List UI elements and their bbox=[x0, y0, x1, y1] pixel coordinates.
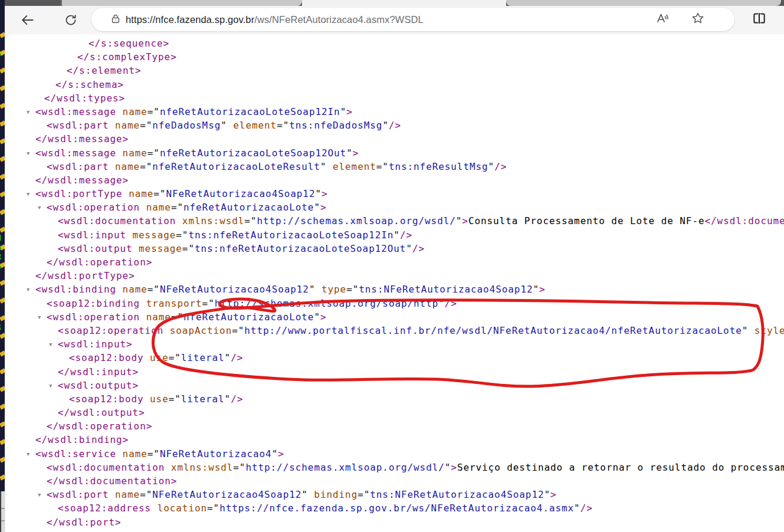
xml-token: =" bbox=[182, 243, 195, 254]
xml-token: <soap12:address bbox=[58, 503, 151, 514]
xml-token: location bbox=[151, 503, 207, 514]
xml-token: <soap12:binding bbox=[47, 298, 140, 309]
xml-line: </s:complexType> bbox=[6, 50, 784, 64]
strip-dash bbox=[0, 368, 5, 374]
xml-token: http://schemas.xmlsoap.org/wsdl/ bbox=[257, 215, 455, 226]
xml-token: /> bbox=[231, 352, 243, 363]
xml-token: <wsdl:documentation bbox=[58, 215, 176, 226]
background-window-edge: SNARSS bbox=[0, 0, 5, 532]
xml-token: </wsdl:output> bbox=[58, 407, 145, 418]
strip-dash bbox=[0, 474, 5, 480]
xml-token: =" bbox=[233, 462, 245, 473]
xml-line: </wsdl:service> bbox=[6, 529, 784, 532]
xml-token: =" bbox=[232, 325, 244, 336]
favorites-button[interactable] bbox=[690, 12, 706, 27]
back-arrow-icon bbox=[20, 12, 35, 28]
xml-line: </wsdl:message> bbox=[6, 173, 784, 187]
xml-token: <wsdl:binding bbox=[35, 284, 116, 295]
xml-token: =" bbox=[140, 161, 152, 172]
xml-token: /> bbox=[412, 243, 425, 254]
xml-line: ▼<wsdl:output> bbox=[6, 379, 784, 392]
xml-token: name bbox=[140, 311, 171, 323]
xml-line: <wsdl:output message="tns:nfeRetAutoriza… bbox=[6, 242, 784, 255]
refresh-button[interactable] bbox=[58, 12, 84, 28]
split-screen-button[interactable] bbox=[749, 11, 770, 28]
xml-token: " bbox=[225, 352, 231, 363]
xml-token: name bbox=[116, 284, 147, 295]
active-tab-bottom bbox=[302, 0, 506, 6]
xml-token: </wsdl:message> bbox=[35, 133, 129, 145]
url-scheme-host: https://nfce.fazenda.sp.gov.br bbox=[126, 14, 254, 25]
xml-token: <wsdl:input> bbox=[58, 339, 133, 350]
strip-dash bbox=[0, 103, 5, 109]
xml-token: " bbox=[445, 462, 451, 473]
xml-token: tns:nfeRetAutorizacaoLoteSoap12In bbox=[188, 229, 393, 241]
collapse-arrow-icon[interactable]: ▼ bbox=[27, 188, 35, 201]
collapse-arrow-icon[interactable]: ▼ bbox=[49, 338, 58, 352]
xml-token: soapAction bbox=[163, 325, 232, 336]
xml-token: =" bbox=[357, 489, 370, 500]
xml-token: " bbox=[301, 489, 308, 500]
xml-tree-viewer: </s:sequence></s:complexType></s:element… bbox=[6, 37, 784, 532]
xml-token: " bbox=[742, 325, 749, 336]
strip-dash bbox=[0, 315, 5, 321]
collapse-arrow-icon[interactable]: ▼ bbox=[27, 106, 35, 119]
xml-token: =" bbox=[244, 215, 257, 226]
xml-line: ▼<wsdl:operation name="nfeRetAutorizacao… bbox=[6, 201, 784, 214]
xml-token: </s:sequence> bbox=[88, 38, 169, 49]
xml-token: " bbox=[533, 284, 539, 295]
collapse-arrow-icon[interactable]: ▼ bbox=[27, 448, 35, 461]
collapse-arrow-icon[interactable]: ▼ bbox=[38, 311, 47, 324]
xml-token: tns:NFeRetAutorizacao4Soap12 bbox=[359, 284, 533, 295]
background-window-bottom bbox=[0, 491, 5, 532]
read-aloud-button[interactable] bbox=[654, 12, 671, 27]
xml-token: </wsdl:types> bbox=[44, 93, 125, 104]
site-info-button[interactable] bbox=[108, 12, 123, 28]
xml-line: <wsdl:documentation xmlns:wsdl="http://s… bbox=[6, 461, 784, 474]
xml-line: <wsdl:input message="tns:nfeRetAutorizac… bbox=[6, 228, 784, 242]
strip-letter-fragment: N bbox=[0, 234, 1, 242]
address-bar[interactable]: https://nfce.fazenda.sp.gov.br/ws/NFeRet… bbox=[91, 8, 734, 31]
xml-token: " bbox=[315, 188, 322, 199]
strip-dash bbox=[0, 439, 5, 445]
xml-token: =" bbox=[147, 106, 160, 117]
collapse-arrow-icon[interactable]: ▼ bbox=[38, 201, 47, 215]
strip-dash bbox=[0, 173, 5, 179]
xml-token: =" bbox=[376, 161, 389, 172]
back-button[interactable] bbox=[15, 12, 41, 28]
xml-token: <soap12:body bbox=[69, 393, 144, 405]
xml-line: </wsdl:operation> bbox=[6, 255, 784, 269]
xml-token: </s:schema> bbox=[55, 79, 124, 90]
xml-token: " bbox=[488, 161, 495, 172]
xml-token: nfeDadosMsg bbox=[152, 120, 221, 131]
xml-token: > bbox=[550, 489, 557, 500]
xml-line: ▼<wsdl:binding name="NFeRetAutorizacao4S… bbox=[6, 283, 784, 296]
xml-token: <wsdl:output> bbox=[58, 380, 139, 391]
tab-strip-segment bbox=[61, 0, 302, 6]
xml-token: =" bbox=[169, 352, 181, 363]
xml-token: =" bbox=[140, 120, 152, 131]
xml-token: /> bbox=[400, 229, 412, 241]
read-aloud-icon bbox=[655, 11, 670, 28]
xml-token: " bbox=[456, 215, 462, 226]
collapse-arrow-icon[interactable]: ▼ bbox=[27, 283, 35, 297]
xml-token: =" bbox=[171, 202, 183, 213]
strip-dash bbox=[0, 297, 5, 303]
tab-strip bbox=[0, 0, 784, 6]
collapse-arrow-icon[interactable]: ▼ bbox=[38, 488, 47, 502]
collapse-arrow-icon[interactable]: ▼ bbox=[27, 147, 35, 160]
strip-dash bbox=[0, 457, 5, 462]
xml-token: <wsdl:operation bbox=[47, 202, 140, 213]
xml-token: tns:nfeRetAutorizacaoLoteSoap12Out bbox=[195, 243, 406, 254]
xml-line: <wsdl:documentation xmlns:wsdl="http://s… bbox=[6, 214, 784, 228]
xml-token: http://www.portalfiscal.inf.br/nfe/wsdl/… bbox=[244, 325, 742, 336]
strip-dash bbox=[0, 138, 5, 144]
collapse-arrow-icon[interactable]: ▼ bbox=[49, 379, 58, 393]
xml-token: " bbox=[438, 298, 445, 309]
xml-line: </wsdl:portType> bbox=[6, 269, 784, 283]
xml-token: name bbox=[116, 147, 147, 159]
xml-token: =" bbox=[169, 393, 181, 405]
url-text[interactable]: https://nfce.fazenda.sp.gov.br/ws/NFeRet… bbox=[126, 8, 424, 31]
xml-line: </s:element> bbox=[6, 64, 784, 77]
xml-token: =" bbox=[207, 503, 219, 514]
